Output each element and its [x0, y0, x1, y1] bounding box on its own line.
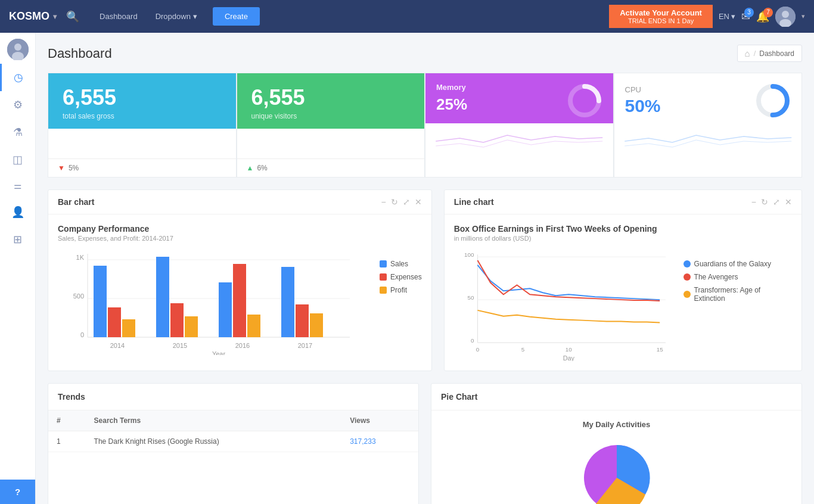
page-title: Dashboard	[48, 46, 112, 61]
svg-point-4	[14, 43, 21, 51]
users-icon: ⚙	[13, 98, 23, 111]
sales-number: 6,555	[63, 85, 116, 110]
sidebar-item-filters[interactable]: ⚌	[0, 173, 35, 198]
user-chevron-icon: ▾	[801, 13, 805, 20]
row-num: 1	[48, 431, 86, 452]
svg-text:Day: Day	[563, 354, 574, 361]
legend-avengers-dot	[683, 273, 691, 281]
profile-icon: 👤	[11, 206, 24, 219]
brand-logo[interactable]: KOSMO ▾	[9, 10, 57, 23]
line-minimize-icon[interactable]: −	[751, 197, 756, 207]
close-icon[interactable]: ✕	[415, 197, 422, 207]
svg-text:50: 50	[467, 294, 474, 301]
legend-transformers-dot	[683, 291, 691, 298]
sidebar-item-analytics[interactable]: ⚗	[0, 119, 35, 146]
trends-table: # Search Terms Views 1 The Dark Knight R…	[48, 410, 418, 452]
legend-avengers: The Avengers	[683, 273, 792, 281]
sales-trend-pct: 5%	[69, 164, 79, 172]
bottom-row: Trends # Search Terms Views 1 The Dark K…	[48, 383, 802, 504]
breadcrumb: ⌂ / Dashboard	[737, 45, 802, 62]
user-avatar[interactable]	[775, 7, 796, 27]
bell-button[interactable]: 🔔 7	[756, 10, 769, 23]
svg-rect-19	[122, 319, 135, 337]
visitors-label: unique visitors	[251, 112, 305, 120]
expand-icon[interactable]: ⤢	[403, 197, 410, 207]
lang-chevron-icon: ▾	[731, 12, 735, 21]
line-chart-desc: in millions of dollars (USD)	[454, 235, 792, 242]
visitors-number: 6,555	[251, 85, 305, 110]
bar-chart-desc: Sales, Expenses, and Profit: 2014-2017	[58, 235, 422, 242]
memory-donut	[567, 83, 602, 119]
memory-pct: 25%	[436, 95, 467, 114]
sales-label: total sales gross	[63, 112, 116, 120]
legend-avengers-label: The Avengers	[694, 273, 738, 281]
line-chart-actions: − ↻ ⤢ ✕	[751, 197, 792, 207]
create-button[interactable]: Create	[213, 7, 260, 26]
legend-profit-dot	[380, 287, 387, 294]
legend-guardians-dot	[683, 260, 691, 267]
top-navbar: KOSMO ▾ 🔍 Dashboard Dropdown ▾ Create Ac…	[0, 0, 814, 33]
memory-title: Memory	[436, 83, 467, 92]
legend-transformers-label: Transformers: Age of Extinction	[694, 286, 792, 303]
line-close-icon[interactable]: ✕	[785, 197, 792, 207]
line-chart-subtitle: Box Office Earnings in First Two Weeks o…	[454, 224, 792, 234]
svg-text:100: 100	[464, 251, 474, 258]
sidebar-item-profile[interactable]: 👤	[0, 198, 35, 226]
sidebar-item-help[interactable]: ?	[0, 480, 35, 504]
legend-expenses-dot	[380, 273, 387, 281]
mail-button[interactable]: ✉ 3	[741, 10, 750, 23]
monitor-icon: ◫	[13, 153, 23, 166]
brand-name: KOSMO	[9, 10, 49, 23]
line-chart-area: 100 50 0 0	[454, 248, 792, 361]
legend-expenses-label: Expenses	[390, 273, 422, 281]
search-button[interactable]: 🔍	[66, 10, 79, 23]
col-views: Views	[341, 410, 418, 431]
svg-text:2015: 2015	[173, 342, 187, 349]
svg-rect-18	[108, 307, 121, 337]
svg-rect-27	[296, 304, 309, 337]
cpu-donut	[755, 83, 791, 119]
cpu-pct: 50%	[625, 96, 661, 116]
visitors-mini-chart	[237, 129, 425, 158]
minimize-icon[interactable]: −	[381, 197, 386, 207]
svg-rect-25	[247, 315, 260, 337]
activate-banner[interactable]: Activate Your Account TRIAL ENDS IN 1 Da…	[609, 5, 713, 28]
stat-cards-row: 6,555 total sales gross ▼ 5% 6,555 uni	[48, 73, 802, 178]
trends-title: Trends	[48, 384, 418, 410]
activate-title: Activate Your Account	[620, 8, 702, 17]
legend-sales-dot	[380, 260, 387, 267]
svg-text:2016: 2016	[235, 342, 250, 349]
line-refresh-icon[interactable]: ↻	[761, 197, 768, 207]
line-chart-card: Line chart − ↻ ⤢ ✕ Box Office Earnings i…	[444, 189, 802, 371]
legend-transformers: Transformers: Age of Extinction	[683, 286, 792, 303]
sidebar-item-grid[interactable]: ⊞	[0, 226, 35, 253]
stat-card-cpu: CPU 50%	[614, 73, 803, 178]
table-row: 1 The Dark Knight Rises (Google Russia) …	[48, 431, 418, 452]
line-chart-header: Line chart − ↻ ⤢ ✕	[445, 190, 801, 214]
svg-text:5: 5	[521, 346, 524, 353]
home-icon: ⌂	[745, 48, 750, 58]
refresh-icon[interactable]: ↻	[391, 197, 398, 207]
mail-badge: 3	[744, 8, 754, 17]
nav-links: Dashboard Dropdown ▾ Create	[91, 7, 260, 26]
sidebar-item-dashboard[interactable]: ◷	[0, 64, 35, 91]
bar-chart-area: 1K 500 0	[58, 248, 422, 355]
line-expand-icon[interactable]: ⤢	[773, 197, 780, 207]
dropdown-chevron-icon: ▾	[193, 12, 197, 21]
sidebar-item-monitor[interactable]: ◫	[0, 146, 35, 173]
line-legend: Guardians of the Galaxy The Avengers Tra…	[683, 248, 792, 361]
breadcrumb-bar: Dashboard ⌂ / Dashboard	[48, 45, 802, 62]
sales-trend: ▼ 5%	[48, 158, 236, 177]
memory-mini-chart	[425, 123, 613, 153]
sidebar-avatar[interactable]	[7, 39, 29, 60]
trend-up-icon: ▲	[247, 164, 254, 172]
svg-text:500: 500	[73, 293, 84, 300]
nav-dropdown-link[interactable]: Dropdown ▾	[147, 7, 206, 26]
sidebar-item-users[interactable]: ⚙	[0, 91, 35, 119]
nav-dashboard-link[interactable]: Dashboard	[91, 7, 146, 26]
stat-card-sales: 6,555 total sales gross ▼ 5%	[48, 73, 237, 178]
pie-chart-title: Pie Chart	[431, 384, 801, 410]
language-selector[interactable]: EN ▾	[719, 12, 735, 21]
bar-chart-actions: − ↻ ⤢ ✕	[381, 197, 422, 207]
svg-text:2014: 2014	[110, 342, 125, 349]
